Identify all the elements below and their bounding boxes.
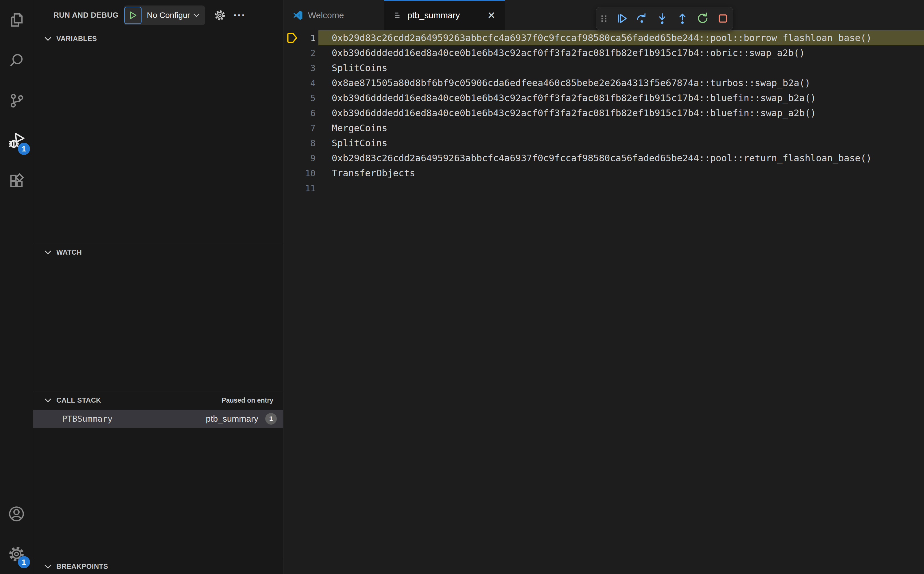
- line-number[interactable]: 1: [301, 33, 315, 43]
- watch-section-label: WATCH: [56, 248, 82, 256]
- code-line-9: 9 0xb29d83c26cdd2a64959263abbcfc4a6937f0…: [284, 151, 924, 166]
- line-text[interactable]: SplitCoins: [332, 60, 924, 76]
- line-number[interactable]: 10: [301, 168, 315, 178]
- line-text[interactable]: 0xb29d83c26cdd2a64959263abbcfc4a6937f0c9…: [318, 30, 924, 46]
- sidebar-header: RUN AND DEBUG No Configur ···: [33, 0, 283, 30]
- code-line-4: 4 0x8ae871505a80d8bf6bf9c05906cda6edfeea…: [284, 76, 924, 90]
- variables-section: VARIABLES: [33, 30, 283, 244]
- list-icon: [394, 11, 402, 20]
- files-icon: [8, 12, 25, 28]
- activity-item-accounts[interactable]: [0, 494, 33, 534]
- configuration-dropdown[interactable]: No Configur: [147, 11, 190, 20]
- line-number[interactable]: 6: [301, 108, 315, 118]
- start-debugging-button[interactable]: [124, 7, 142, 24]
- pause-reason-status: Paused on entry: [222, 397, 283, 404]
- line-text[interactable]: [332, 181, 924, 196]
- line-number[interactable]: 8: [301, 138, 315, 148]
- code-editor[interactable]: 1 0xb29d83c26cdd2a64959263abbcfc4a6937f0…: [284, 30, 924, 574]
- line-number[interactable]: 2: [301, 48, 315, 58]
- watch-section: WATCH: [33, 244, 283, 392]
- tab-welcome[interactable]: Welcome: [284, 0, 384, 30]
- vscode-logo-icon: [293, 10, 303, 20]
- line-text[interactable]: 0xb39d6dddedd16ed8a40ce0b1e6b43c92acf0ff…: [332, 46, 924, 60]
- line-text[interactable]: 0xb39d6dddedd16ed8a40ce0b1e6b43c92acf0ff…: [332, 90, 924, 106]
- chevron-down-icon: [44, 250, 52, 255]
- tab-ptb-summary[interactable]: ptb_summary ✕: [384, 0, 505, 30]
- line-number[interactable]: 11: [301, 183, 315, 193]
- code-line-10: 10 TransferObjects: [284, 166, 924, 181]
- code-line-1: 1 0xb29d83c26cdd2a64959263abbcfc4a6937f0…: [284, 30, 924, 46]
- code-line-11: 11: [284, 181, 924, 196]
- current-frame-marker-icon: [284, 32, 301, 43]
- line-text[interactable]: 0xb29d83c26cdd2a64959263abbcfc4a6937f0c9…: [332, 151, 924, 166]
- close-icon[interactable]: ✕: [488, 10, 496, 20]
- line-number[interactable]: 9: [301, 153, 315, 163]
- drag-handle-icon[interactable]: [597, 9, 611, 27]
- chevron-down-icon: [44, 564, 52, 569]
- debug-sessions-badge: 1: [18, 143, 30, 155]
- breakpoints-section-label: BREAKPOINTS: [56, 563, 108, 571]
- line-text[interactable]: 0x8ae871505a80d8bf6bf9c05906cda6edfeea46…: [332, 76, 924, 90]
- continue-button[interactable]: [613, 9, 631, 27]
- activity-item-source-control[interactable]: [0, 80, 33, 120]
- code-line-2: 2 0xb39d6dddedd16ed8a40ce0b1e6b43c92acf0…: [284, 46, 924, 60]
- launch-configuration-combo: No Configur: [124, 5, 205, 25]
- debug-toolbar: [596, 7, 733, 30]
- settings-badge: 1: [18, 556, 30, 568]
- step-out-button[interactable]: [674, 9, 691, 27]
- line-number[interactable]: 7: [301, 123, 315, 133]
- activity-item-run-and-debug[interactable]: 1: [0, 120, 33, 161]
- line-number[interactable]: 4: [301, 78, 315, 88]
- activity-bar: 1 1: [0, 0, 33, 574]
- line-number[interactable]: 5: [301, 93, 315, 103]
- tab-label: ptb_summary: [408, 10, 460, 20]
- more-actions-icon[interactable]: ···: [233, 13, 246, 18]
- extensions-icon: [8, 173, 25, 189]
- call-stack-section-label: CALL STACK: [56, 396, 101, 404]
- breakpoints-section: BREAKPOINTS: [33, 558, 283, 574]
- step-into-button[interactable]: [653, 9, 671, 27]
- session-name: PTBSummary: [62, 414, 113, 424]
- activity-item-explorer[interactable]: [0, 0, 33, 40]
- activity-item-search[interactable]: [0, 40, 33, 80]
- run-and-debug-sidebar: RUN AND DEBUG No Configur ···: [33, 0, 283, 574]
- restart-button[interactable]: [694, 9, 711, 27]
- session-source: ptb_summary: [206, 414, 258, 424]
- code-line-6: 6 0xb39d6dddedd16ed8a40ce0b1e6b43c92acf0…: [284, 106, 924, 120]
- line-text[interactable]: 0xb39d6dddedd16ed8a40ce0b1e6b43c92acf0ff…: [332, 106, 924, 120]
- code-line-3: 3 SplitCoins: [284, 60, 924, 76]
- stop-button[interactable]: [714, 9, 732, 27]
- chevron-down-icon[interactable]: [193, 13, 200, 17]
- call-stack-section-header[interactable]: CALL STACK Paused on entry: [33, 392, 283, 409]
- activity-item-extensions[interactable]: [0, 161, 33, 201]
- search-icon: [8, 52, 25, 69]
- watch-section-header[interactable]: WATCH: [33, 244, 283, 261]
- line-text[interactable]: MergeCoins: [332, 120, 924, 136]
- account-icon: [8, 506, 25, 522]
- line-number[interactable]: 3: [301, 63, 315, 73]
- tab-label: Welcome: [308, 10, 344, 20]
- debug-settings-gear-icon[interactable]: [214, 9, 226, 21]
- chevron-down-icon: [44, 36, 52, 41]
- thread-count-badge: 1: [265, 413, 277, 424]
- chevron-down-icon: [44, 398, 52, 403]
- code-line-8: 8 SplitCoins: [284, 136, 924, 151]
- editor-group: Welcome ptb_summary ✕: [284, 0, 924, 574]
- code-line-5: 5 0xb39d6dddedd16ed8a40ce0b1e6b43c92acf0…: [284, 90, 924, 106]
- source-control-icon: [8, 92, 25, 109]
- line-text[interactable]: TransferObjects: [332, 166, 924, 181]
- call-stack-section: CALL STACK Paused on entry PTBSummary pt…: [33, 392, 283, 558]
- sidebar-title: RUN AND DEBUG: [54, 11, 118, 20]
- breakpoints-section-header[interactable]: BREAKPOINTS: [33, 558, 283, 574]
- code-line-7: 7 MergeCoins: [284, 120, 924, 136]
- step-over-button[interactable]: [633, 9, 651, 27]
- variables-section-label: VARIABLES: [56, 35, 97, 43]
- activity-item-settings[interactable]: 1: [0, 534, 33, 574]
- call-stack-session-row[interactable]: PTBSummary ptb_summary 1: [33, 410, 283, 428]
- variables-section-header[interactable]: VARIABLES: [33, 30, 283, 47]
- line-text[interactable]: SplitCoins: [332, 136, 924, 151]
